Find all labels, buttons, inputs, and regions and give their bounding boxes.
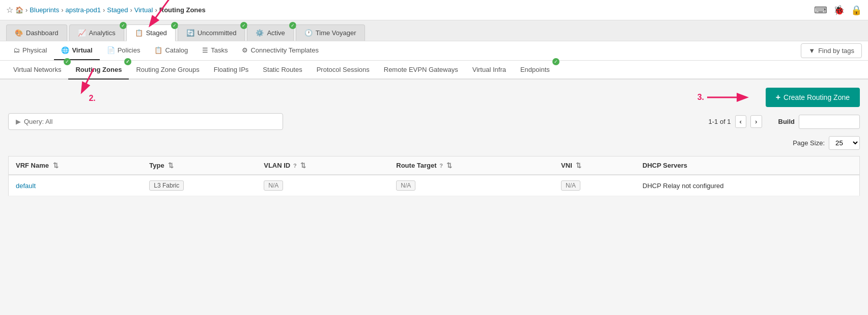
breadcrumb-blueprints[interactable]: Blueprints — [30, 6, 59, 14]
subnav-tasks[interactable]: ☰ Tasks — [195, 41, 235, 60]
tab-routing-zone-groups-label: Routing Zone Groups — [136, 66, 199, 73]
time-voyager-icon: 🕐 — [304, 29, 313, 37]
table-row: default L3 Fabric N/A N/A N/A DHCP Relay… — [9, 175, 860, 196]
tab-routing-zone-groups[interactable]: Routing Zone Groups — [129, 61, 206, 80]
physical-icon: 🗂 — [13, 46, 20, 54]
plus-icon: + — [776, 93, 780, 102]
query-label: Query: All — [24, 118, 52, 125]
tab-endpoints[interactable]: Endpoints ✓ — [513, 61, 557, 80]
vni-sort-icon[interactable]: ⇅ — [576, 162, 581, 169]
tab-uncommitted[interactable]: 🔄 Uncommitted ✓ — [178, 24, 245, 41]
cell-type: L3 Fabric — [142, 175, 257, 196]
col-route-target: Route Target ? ⇅ — [389, 156, 554, 175]
col-vlan-id: VLAN ID ? ⇅ — [257, 156, 389, 175]
col-dhcp-servers: DHCP Servers — [635, 156, 859, 175]
cell-vni: N/A — [554, 175, 635, 196]
page-next-button[interactable]: › — [750, 115, 762, 128]
subnav-virtual[interactable]: 🌐 Virtual — [54, 41, 99, 60]
terminal-icon[interactable]: ⌨ — [814, 5, 827, 16]
rt-help-icon[interactable]: ? — [439, 163, 443, 169]
query-arrow: ▶ — [16, 118, 21, 125]
cell-route-target: N/A — [389, 175, 554, 196]
type-sort-icon[interactable]: ⇅ — [168, 162, 174, 169]
tab-static-routes[interactable]: Static Routes — [256, 61, 309, 80]
vni-value: N/A — [561, 180, 580, 191]
type-badge: L3 Fabric — [149, 180, 184, 191]
tab-endpoints-label: Endpoints — [520, 66, 550, 73]
subnav-connectivity[interactable]: ⚙ Connectivity Templates — [235, 41, 325, 60]
tab-analytics[interactable]: 📈 Analytics ✓ — [69, 24, 124, 41]
tab-remote-evpn[interactable]: Remote EVPN Gateways — [377, 61, 465, 80]
build-label: Build — [778, 118, 795, 125]
create-routing-zone-button[interactable]: + Create Routing Zone — [766, 88, 860, 107]
breadcrumb-virtual[interactable]: Virtual — [134, 6, 153, 14]
vrf-name-link[interactable]: default — [16, 182, 36, 190]
bug-icon[interactable]: 🐞 — [833, 5, 845, 16]
star-icon[interactable]: ☆ — [6, 5, 13, 15]
filter-tags-label: Find by tags — [818, 47, 854, 55]
col-vni: VNI ⇅ — [554, 156, 635, 175]
tab-protocol-sessions-label: Protocol Sessions — [317, 66, 370, 73]
tab-staged-label: Staged — [146, 29, 167, 37]
lock-icon[interactable]: 🔒 — [851, 5, 862, 16]
tab-virtual-infra[interactable]: Virtual Infra — [465, 61, 513, 80]
create-btn-label: Create Routing Zone — [783, 93, 850, 101]
top-bar: ☆ 🏠 › Blueprints › apstra-pod1 › Staged … — [0, 0, 868, 20]
tab-active[interactable]: ⚙️ Active ✓ — [247, 24, 293, 41]
tab-time-voyager[interactable]: 🕐 Time Voyager — [296, 24, 365, 41]
tab-floating-ips[interactable]: Floating IPs — [207, 61, 256, 80]
second-tabs: Virtual Networks ✓ Routing Zones ✓ 2. Ro… — [0, 61, 868, 80]
subnav-physical-label: Physical — [22, 46, 47, 54]
query-box[interactable]: ▶ Query: All — [8, 113, 283, 130]
uncommitted-icon: 🔄 — [186, 29, 194, 37]
subnav-policies[interactable]: 📄 Policies — [100, 41, 148, 60]
breadcrumb-current: Routing Zones — [159, 6, 206, 14]
breadcrumb-apstra[interactable]: apstra-pod1 — [66, 6, 101, 14]
tab-routing-zones[interactable]: Routing Zones ✓ 2. — [68, 61, 129, 80]
tab-virtual-networks-label: Virtual Networks — [13, 66, 61, 73]
analytics-check: ✓ — [120, 22, 127, 29]
build-input[interactable] — [799, 115, 860, 129]
tab-virtual-networks[interactable]: Virtual Networks ✓ — [6, 61, 68, 80]
staged-icon: 📋 — [135, 29, 143, 37]
build-area: Build — [778, 115, 860, 129]
analytics-icon: 📈 — [78, 29, 86, 37]
virtual-icon: 🌐 — [61, 46, 69, 54]
page-size-select[interactable]: 10 25 50 100 — [829, 136, 860, 150]
vlan-help-icon[interactable]: ? — [293, 163, 297, 169]
vrf-sort-icon[interactable]: ⇅ — [53, 162, 59, 169]
tab-dashboard[interactable]: 🎨 Dashboard — [6, 24, 67, 41]
query-row: ▶ Query: All 1-1 of 1 ‹ › Build — [8, 113, 860, 130]
tab-time-voyager-label: Time Voyager — [316, 29, 356, 37]
page-prev-button[interactable]: ‹ — [735, 115, 746, 128]
action-row: 3. + Create Routing Zone — [8, 88, 860, 107]
vlan-sort-icon[interactable]: ⇅ — [300, 162, 306, 169]
top-bar-icons: ⌨ 🐞 🔒 — [814, 5, 862, 16]
page-size-label: Page Size: — [793, 139, 825, 147]
breadcrumb-staged[interactable]: Staged — [107, 6, 128, 14]
subnav-catalog-label: Catalog — [165, 46, 188, 54]
subnav-physical[interactable]: 🗂 Physical — [6, 41, 54, 60]
subnav-catalog[interactable]: 📋 Catalog — [147, 41, 195, 60]
sub-nav-right: ▼ Find by tags — [801, 43, 862, 58]
catalog-icon: 📋 — [154, 46, 162, 54]
data-table: VRF Name ⇅ Type ⇅ VLAN ID ? ⇅ Route Targ… — [8, 156, 860, 196]
filter-tags-button[interactable]: ▼ Find by tags — [801, 43, 862, 58]
rt-sort-icon[interactable]: ⇅ — [446, 162, 452, 169]
tab-static-routes-label: Static Routes — [263, 66, 302, 73]
main-tabs: 🎨 Dashboard 📈 Analytics ✓ 📋 Staged ✓ 1. … — [0, 20, 868, 41]
table-header-row: VRF Name ⇅ Type ⇅ VLAN ID ? ⇅ Route Targ… — [9, 156, 860, 175]
tab-protocol-sessions[interactable]: Protocol Sessions — [310, 61, 377, 80]
tab-remote-evpn-label: Remote EVPN Gateways — [384, 66, 458, 73]
tab-analytics-label: Analytics — [89, 29, 116, 37]
tab-active-label: Active — [267, 29, 285, 37]
subnav-policies-label: Policies — [118, 46, 141, 54]
home-icon[interactable]: 🏠 — [15, 6, 23, 14]
tab-dashboard-label: Dashboard — [26, 29, 59, 37]
route-target-value: N/A — [396, 180, 415, 191]
dashboard-icon: 🎨 — [15, 29, 23, 37]
cell-vlan-id: N/A — [257, 175, 389, 196]
page-size-row: Page Size: 10 25 50 100 — [8, 136, 860, 150]
ep-check: ✓ — [552, 58, 559, 65]
tab-staged[interactable]: 📋 Staged ✓ 1. — [126, 24, 176, 41]
